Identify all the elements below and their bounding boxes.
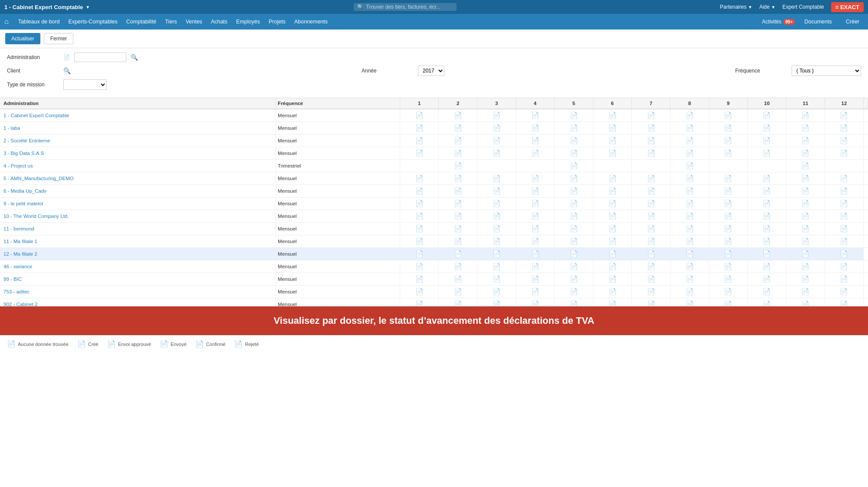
doc-icon[interactable]: 📄: [801, 225, 809, 232]
nav-ventes[interactable]: Ventes: [181, 14, 207, 30]
administration-input[interactable]: [74, 53, 126, 62]
row-month-3[interactable]: 📄: [477, 273, 516, 286]
row-month-6[interactable]: 📄: [593, 210, 632, 223]
administration-link[interactable]: 2 - Société Eninterne: [3, 138, 50, 143]
row-month-6[interactable]: 📄: [593, 260, 632, 273]
row-month-1[interactable]: 📄: [400, 273, 439, 286]
doc-icon[interactable]: 📄: [647, 124, 655, 132]
row-month-10[interactable]: 📄: [747, 298, 786, 307]
row-month-12[interactable]: 📄: [825, 260, 863, 273]
row-month-12[interactable]: 📄: [825, 235, 863, 248]
doc-icon[interactable]: 📄: [763, 250, 771, 257]
row-month-6[interactable]: 📄: [593, 122, 632, 135]
administration-link[interactable]: 5 - AMN_Manufacturing_DEMO: [3, 176, 74, 181]
doc-icon[interactable]: 📄: [454, 200, 462, 207]
row-month-10[interactable]: 📄: [747, 210, 786, 223]
doc-icon[interactable]: 📄: [724, 137, 732, 144]
row-month-2[interactable]: 📄: [439, 248, 477, 260]
row-month-9[interactable]: 📄: [709, 197, 748, 210]
row-month-1[interactable]: 📄: [400, 260, 439, 273]
row-month-8[interactable]: 📄: [671, 273, 709, 286]
row-month-8[interactable]: 📄: [671, 260, 709, 273]
row-month-4[interactable]: 📄: [516, 223, 555, 235]
doc-icon[interactable]: 📄: [608, 225, 617, 232]
doc-icon[interactable]: 📄: [531, 174, 539, 182]
row-month-3[interactable]: 📄: [477, 223, 516, 235]
doc-icon[interactable]: 📄: [608, 237, 617, 245]
row-month-12[interactable]: 📄: [825, 197, 863, 210]
row-month-10[interactable]: 📄: [747, 260, 786, 273]
doc-icon[interactable]: 📄: [647, 263, 655, 270]
doc-icon[interactable]: 📄: [454, 187, 462, 194]
row-month-8[interactable]: 📄: [671, 185, 709, 197]
administration-link[interactable]: 6 - Media Up_Cadv: [3, 188, 46, 194]
doc-icon[interactable]: 📄: [724, 225, 732, 232]
doc-icon[interactable]: 📄: [763, 174, 771, 182]
row-month-3[interactable]: 📄: [477, 147, 516, 160]
row-month-3[interactable]: 📄: [477, 235, 516, 248]
doc-icon[interactable]: 📄: [686, 162, 694, 169]
row-month-2[interactable]: 📄: [439, 109, 477, 122]
doc-icon[interactable]: 📄: [763, 124, 771, 132]
doc-icon[interactable]: 📄: [608, 263, 617, 270]
doc-icon[interactable]: 📄: [415, 200, 424, 207]
doc-icon[interactable]: 📄: [493, 187, 501, 194]
row-month-7[interactable]: 📄: [632, 147, 671, 160]
doc-icon[interactable]: 📄: [570, 212, 578, 220]
doc-icon[interactable]: 📄: [415, 174, 424, 182]
row-month-1[interactable]: 📄: [400, 223, 439, 235]
row-month-10[interactable]: 📄: [747, 185, 786, 197]
row-month-9[interactable]: 📄: [709, 172, 748, 185]
doc-icon[interactable]: 📄: [415, 187, 424, 194]
doc-icon[interactable]: 📄: [801, 187, 809, 194]
doc-icon[interactable]: 📄: [840, 124, 848, 132]
doc-icon[interactable]: 📄: [724, 263, 732, 270]
row-month-5[interactable]: 📄: [555, 109, 593, 122]
row-month-11[interactable]: 📄: [786, 286, 825, 298]
doc-icon[interactable]: 📄: [415, 112, 424, 119]
row-month-11[interactable]: 📄: [786, 147, 825, 160]
row-month-5[interactable]: 📄: [555, 172, 593, 185]
row-month-11[interactable]: 📄: [786, 160, 825, 172]
doc-icon[interactable]: 📄: [686, 288, 694, 295]
row-month-2[interactable]: 📄: [439, 286, 477, 298]
row-month-8[interactable]: 📄: [671, 147, 709, 160]
company-selector[interactable]: 1 - Cabinet Expert Comptable ▼: [4, 4, 90, 10]
doc-icon[interactable]: 📄: [531, 275, 539, 283]
row-month-10[interactable]: 📄: [747, 286, 786, 298]
doc-icon[interactable]: 📄: [686, 187, 694, 194]
row-month-8[interactable]: 📄: [671, 223, 709, 235]
doc-icon[interactable]: 📄: [570, 288, 578, 295]
administration-link[interactable]: 12 - Ma filiale 2: [3, 251, 37, 257]
doc-icon[interactable]: 📄: [801, 112, 809, 119]
doc-icon[interactable]: 📄: [686, 300, 694, 306]
doc-icon[interactable]: 📄: [531, 225, 539, 232]
row-month-4[interactable]: 📄: [516, 197, 555, 210]
administration-link[interactable]: 11 - Ma filiale 1: [3, 239, 37, 244]
row-month-3[interactable]: 📄: [477, 109, 516, 122]
doc-icon[interactable]: 📄: [608, 212, 617, 220]
row-month-9[interactable]: 📄: [709, 235, 748, 248]
administration-search-icon[interactable]: 🔍: [131, 54, 138, 61]
doc-icon[interactable]: 📄: [801, 200, 809, 207]
doc-icon[interactable]: 📄: [801, 288, 809, 295]
aide-menu[interactable]: Aide ▼: [759, 4, 775, 10]
row-month-9[interactable]: 📄: [709, 286, 748, 298]
doc-icon[interactable]: 📄: [840, 174, 848, 182]
create-link[interactable]: Créer: [842, 14, 864, 30]
row-month-6[interactable]: 📄: [593, 172, 632, 185]
doc-icon[interactable]: 📄: [647, 250, 655, 257]
doc-icon[interactable]: 📄: [647, 288, 655, 295]
doc-icon[interactable]: 📄: [608, 137, 617, 144]
row-month-11[interactable]: 📄: [786, 235, 825, 248]
client-search-icon[interactable]: 🔍: [63, 67, 71, 74]
row-month-3[interactable]: 📄: [477, 185, 516, 197]
doc-icon[interactable]: 📄: [415, 137, 424, 144]
administration-link[interactable]: 9 - le petit matelot: [3, 201, 43, 206]
doc-icon[interactable]: 📄: [608, 112, 617, 119]
frequence-select[interactable]: ( Tous ) Mensuel Trimestriel: [792, 66, 861, 76]
row-month-1[interactable]: 📄: [400, 147, 439, 160]
row-month-12[interactable]: 📄: [825, 223, 863, 235]
doc-icon[interactable]: 📄: [686, 149, 694, 157]
row-month-9[interactable]: 📄: [709, 248, 748, 260]
